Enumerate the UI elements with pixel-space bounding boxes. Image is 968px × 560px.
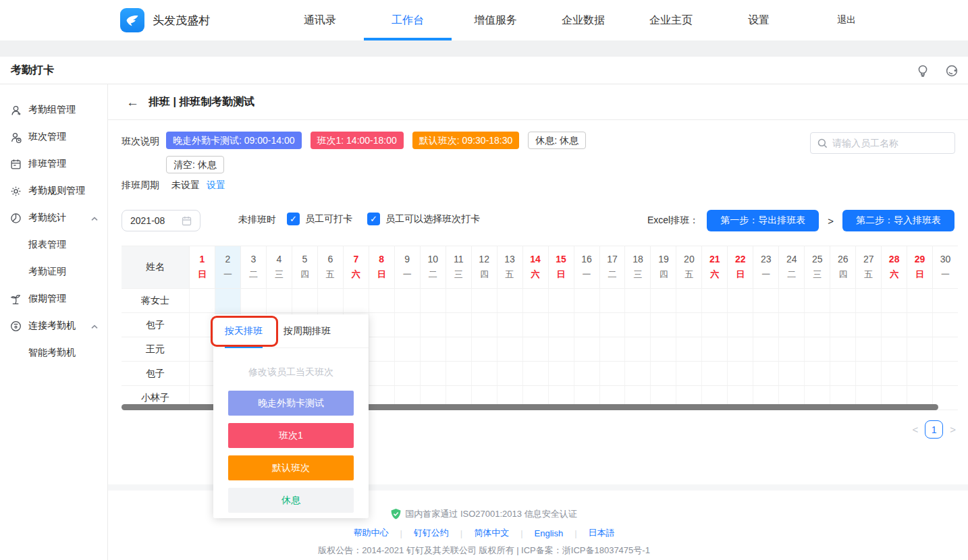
schedule-cell[interactable] [189, 289, 215, 312]
shift-option-晚走外勤卡测试[interactable]: 晚走外勤卡测试 [228, 391, 354, 416]
schedule-cell[interactable] [701, 337, 727, 361]
day-header-3[interactable]: 3二 [240, 246, 266, 288]
schedule-cell[interactable] [369, 362, 394, 385]
schedule-cell[interactable] [574, 313, 599, 337]
schedule-cell[interactable] [650, 362, 676, 385]
day-header-28[interactable]: 28六 [881, 246, 907, 288]
checkbox-员工可打卡[interactable]: ✓员工可打卡 [287, 213, 352, 225]
schedule-cell[interactable] [548, 289, 574, 312]
shift-option-班次1[interactable]: 班次1 [228, 423, 354, 448]
org-name[interactable]: 头发茂盛村 [153, 13, 210, 28]
nav-item-增值服务[interactable]: 增值服务 [452, 0, 539, 40]
popup-tab-按周期排班[interactable]: 按周期排班 [284, 314, 331, 348]
schedule-cell[interactable] [778, 337, 804, 361]
schedule-cell[interactable] [215, 289, 240, 312]
customer-service-icon[interactable] [945, 64, 959, 78]
schedule-cell[interactable] [907, 337, 932, 361]
schedule-cell[interactable] [471, 337, 497, 361]
employee-search[interactable] [810, 132, 955, 154]
schedule-cell[interactable] [778, 313, 804, 337]
schedule-cell[interactable] [932, 289, 958, 312]
day-header-16[interactable]: 16一 [574, 246, 599, 288]
footer-link-简体中文[interactable]: 简体中文 [462, 527, 520, 539]
schedule-cell[interactable] [420, 313, 446, 337]
lightbulb-icon[interactable] [917, 64, 929, 78]
schedule-cell[interactable] [522, 313, 548, 337]
sidebar-item-考勤统计[interactable]: 考勤统计 [0, 204, 107, 231]
footer-link-日本語[interactable]: 日本語 [577, 527, 626, 539]
schedule-cell[interactable] [446, 362, 471, 385]
schedule-cell[interactable] [650, 337, 676, 361]
schedule-cell[interactable] [676, 362, 701, 385]
schedule-cell[interactable] [830, 313, 855, 337]
import-schedule-button[interactable]: 第二步：导入排班表 [842, 210, 954, 231]
day-header-14[interactable]: 14六 [522, 246, 548, 288]
sidebar-item-班次管理[interactable]: 班次管理 [0, 123, 107, 150]
day-header-30[interactable]: 30一 [932, 246, 958, 288]
shift-option-默认班次[interactable]: 默认班次 [228, 455, 354, 480]
schedule-cell[interactable] [471, 289, 497, 312]
schedule-cell[interactable] [778, 289, 804, 312]
day-header-5[interactable]: 5四 [292, 246, 317, 288]
schedule-cell[interactable] [932, 313, 958, 337]
day-header-4[interactable]: 4三 [266, 246, 292, 288]
day-header-2[interactable]: 2一 [215, 246, 240, 288]
nav-item-设置[interactable]: 设置 [715, 0, 803, 40]
schedule-cell[interactable] [369, 289, 394, 312]
schedule-cell[interactable] [830, 289, 855, 312]
nav-item-企业数据[interactable]: 企业数据 [539, 0, 627, 40]
schedule-cell[interactable] [343, 289, 369, 312]
schedule-cell[interactable] [548, 337, 574, 361]
schedule-cell[interactable] [189, 362, 215, 385]
footer-link-钉钉公约[interactable]: 钉钉公约 [402, 527, 460, 539]
schedule-cell[interactable] [932, 337, 958, 361]
schedule-cell[interactable] [804, 289, 830, 312]
schedule-cell[interactable] [574, 362, 599, 385]
checkbox-checked-icon[interactable]: ✓ [367, 213, 380, 225]
schedule-cell[interactable] [624, 313, 650, 337]
schedule-cell[interactable] [855, 289, 881, 312]
schedule-cell[interactable] [855, 313, 881, 337]
schedule-cell[interactable] [727, 313, 753, 337]
cycle-set-link[interactable]: 设置 [207, 179, 225, 192]
schedule-cell[interactable] [650, 289, 676, 312]
day-header-13[interactable]: 13五 [497, 246, 522, 288]
schedule-cell[interactable] [778, 362, 804, 385]
month-select[interactable]: 2021-08 [122, 210, 200, 231]
schedule-cell[interactable] [855, 337, 881, 361]
schedule-cell[interactable] [292, 289, 317, 312]
checkbox-checked-icon[interactable]: ✓ [287, 213, 300, 225]
schedule-cell[interactable] [497, 313, 522, 337]
footer-link-帮助中心[interactable]: 帮助中心 [342, 527, 400, 539]
schedule-cell[interactable] [240, 289, 266, 312]
schedule-cell[interactable] [830, 337, 855, 361]
schedule-cell[interactable] [753, 289, 778, 312]
sidebar-item-连接考勤机[interactable]: 连接考勤机 [0, 312, 107, 339]
schedule-cell[interactable] [727, 289, 753, 312]
schedule-cell[interactable] [907, 289, 932, 312]
schedule-cell[interactable] [701, 289, 727, 312]
schedule-cell[interactable] [369, 313, 394, 337]
schedule-cell[interactable] [446, 313, 471, 337]
schedule-cell[interactable] [830, 362, 855, 385]
day-header-25[interactable]: 25三 [804, 246, 830, 288]
schedule-cell[interactable] [548, 313, 574, 337]
back-arrow-icon[interactable]: ← [126, 96, 139, 109]
day-header-7[interactable]: 7六 [343, 246, 369, 288]
prev-page-arrow[interactable]: < [912, 424, 918, 435]
schedule-cell[interactable] [907, 313, 932, 337]
schedule-cell[interactable] [522, 337, 548, 361]
schedule-cell[interactable] [317, 289, 343, 312]
schedule-cell[interactable] [497, 289, 522, 312]
schedule-cell[interactable] [753, 313, 778, 337]
schedule-cell[interactable] [701, 313, 727, 337]
day-header-26[interactable]: 26四 [830, 246, 855, 288]
schedule-cell[interactable] [855, 362, 881, 385]
schedule-cell[interactable] [881, 362, 907, 385]
day-header-21[interactable]: 21六 [701, 246, 727, 288]
sidebar-item-假期管理[interactable]: 假期管理 [0, 285, 107, 312]
schedule-cell[interactable] [650, 313, 676, 337]
shift-option-休息[interactable]: 休息 [228, 488, 354, 513]
schedule-cell[interactable] [804, 362, 830, 385]
search-input[interactable] [832, 138, 954, 148]
